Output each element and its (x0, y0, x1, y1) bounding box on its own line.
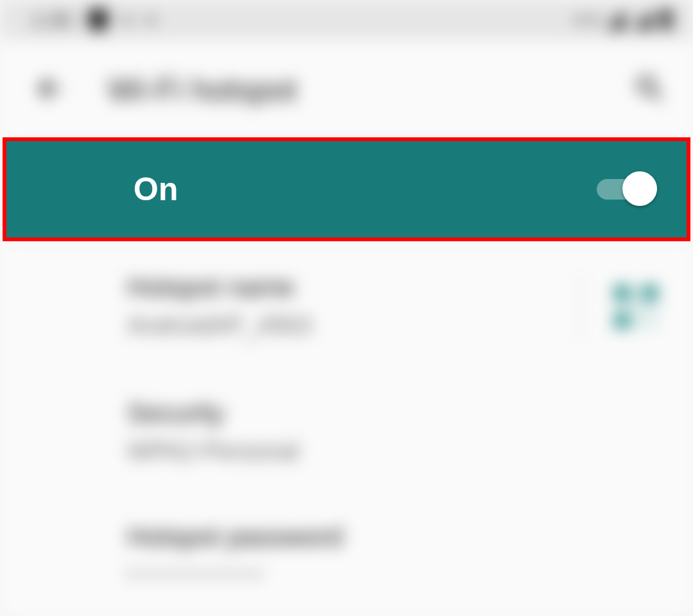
status-dot-icon (148, 17, 154, 23)
setting-label: Hotspot password (127, 522, 657, 552)
setting-label: Security (127, 398, 657, 429)
setting-value: •••••••••• (127, 561, 657, 586)
battery-icon (661, 11, 671, 29)
signal-icon (634, 11, 652, 29)
search-icon[interactable] (633, 71, 667, 108)
back-arrow-icon[interactable] (32, 71, 67, 108)
hotspot-master-toggle-row[interactable]: On (3, 137, 690, 241)
qr-code-icon[interactable] (615, 286, 657, 328)
setting-label: Hotspot name (127, 272, 580, 303)
status-indicator-icon (576, 17, 583, 23)
status-dot-icon (124, 17, 131, 23)
app-bar: Wi-Fi hotspot (0, 40, 693, 140)
blurred-background: 1:30 Wi-Fi hotspot Hotspot name AndroidA… (0, 0, 693, 616)
status-bar: 1:30 (0, 0, 693, 40)
setting-value: WPA2-Personal (127, 438, 657, 465)
setting-row-hotspot-password[interactable]: Hotspot password •••••••••• (0, 493, 693, 615)
signal-icon (607, 11, 625, 29)
status-time: 1:30 (32, 9, 72, 31)
setting-row-security[interactable]: Security WPA2-Personal (0, 370, 693, 493)
switch-thumb (622, 171, 657, 206)
settings-list: Hotspot name AndroidAP_4563 Security WPA… (0, 244, 693, 615)
hotspot-toggle-switch[interactable] (597, 173, 653, 206)
vpn-shield-icon (89, 9, 108, 31)
status-indicator-icon (592, 17, 598, 23)
divider (580, 272, 581, 341)
toggle-status-label: On (133, 171, 597, 208)
setting-value: AndroidAP_4563 (127, 312, 580, 339)
page-title: Wi-Fi hotspot (108, 71, 592, 108)
setting-row-hotspot-name[interactable]: Hotspot name AndroidAP_4563 (0, 244, 693, 370)
